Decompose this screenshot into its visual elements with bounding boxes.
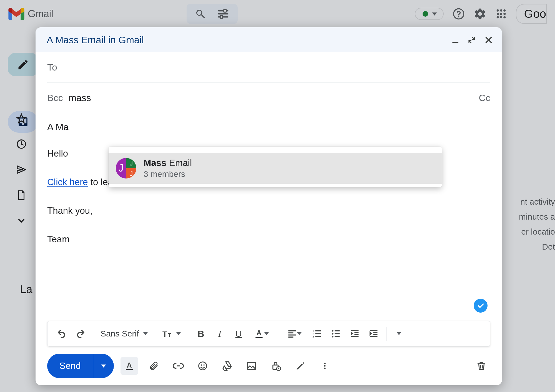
pop-in-icon[interactable] <box>468 36 476 44</box>
svg-text:3: 3 <box>313 335 314 338</box>
indent-more-icon <box>369 329 379 339</box>
cc-toggle[interactable]: Cc <box>479 92 490 103</box>
indent-less-button[interactable] <box>346 325 363 342</box>
account-chip[interactable]: Goo <box>516 4 547 24</box>
right-side-peek: nt activity minutes a er locatio Det <box>519 194 555 254</box>
file-icon <box>16 190 27 200</box>
insert-photo-button[interactable] <box>243 357 260 375</box>
formatting-toggle-button[interactable]: A <box>120 357 138 375</box>
nav-more[interactable] <box>14 214 28 228</box>
more-options-button[interactable] <box>316 357 334 375</box>
compose-bottom-bar: Send A <box>36 346 502 385</box>
chevron-down-icon <box>297 332 302 335</box>
svg-rect-2 <box>220 16 223 18</box>
subject-row[interactable]: A Ma <box>47 113 490 141</box>
gmail-logo-text: Gmail <box>28 8 53 20</box>
nav-drafts[interactable] <box>14 188 28 202</box>
chevron-down-icon <box>432 12 437 16</box>
close-icon[interactable] <box>484 36 493 44</box>
font-size-icon: TT <box>162 328 176 339</box>
numbered-list-icon: 123 <box>312 329 322 339</box>
italic-button[interactable]: I <box>211 325 228 342</box>
insert-drive-button[interactable] <box>218 357 236 375</box>
bold-button[interactable]: B <box>192 325 209 342</box>
contact-suggestion-item[interactable]: J J J Mass Email 3 members <box>109 153 442 184</box>
grammar-check-badge[interactable] <box>474 299 488 313</box>
nav-labels-truncated: La <box>20 283 32 296</box>
indent-more-button[interactable] <box>365 325 382 342</box>
text-color-button[interactable]: A <box>249 325 274 342</box>
bcc-label: Bcc <box>47 92 63 103</box>
check-icon <box>477 302 484 310</box>
link-icon <box>173 360 184 371</box>
nav-starred[interactable] <box>14 112 28 125</box>
contact-suggestion-dropdown: J J J Mass Email 3 members <box>109 147 442 187</box>
svg-point-3 <box>458 16 459 17</box>
minimize-icon[interactable] <box>451 36 459 44</box>
svg-text:T: T <box>162 330 167 338</box>
send-button[interactable]: Send <box>47 354 93 378</box>
numbered-list-button[interactable]: 123 <box>308 325 326 342</box>
svg-rect-25 <box>126 369 133 370</box>
text-color-icon: A <box>254 328 264 339</box>
drive-icon <box>222 360 233 371</box>
svg-point-6 <box>503 9 506 12</box>
gear-icon[interactable] <box>474 7 486 20</box>
more-formatting-button[interactable] <box>390 325 408 342</box>
compose-title: A Mass Email in Gmail <box>47 34 144 46</box>
align-button[interactable] <box>282 325 307 342</box>
nav-sent[interactable] <box>14 163 28 177</box>
insert-emoji-button[interactable] <box>194 357 212 375</box>
svg-point-9 <box>503 13 506 15</box>
bulleted-list-icon <box>331 329 341 339</box>
svg-text:A: A <box>257 329 262 337</box>
send-options-button[interactable] <box>93 354 114 378</box>
insert-link-button[interactable] <box>169 357 187 375</box>
trash-icon <box>476 361 487 371</box>
bulleted-list-button[interactable] <box>327 325 345 342</box>
svg-text:A: A <box>127 361 132 369</box>
svg-point-27 <box>201 365 202 366</box>
svg-point-5 <box>500 9 502 12</box>
suggestion-subtitle: 3 members <box>144 169 192 179</box>
to-field-row[interactable]: To <box>47 52 490 83</box>
svg-text:T: T <box>168 332 172 338</box>
status-indicator[interactable] <box>415 8 444 20</box>
font-selector[interactable]: Sans Serif <box>97 329 151 338</box>
font-name: Sans Serif <box>101 329 139 338</box>
underline-icon: U <box>235 329 242 339</box>
confidential-mode-button[interactable] <box>267 357 285 375</box>
undo-button[interactable] <box>53 325 70 342</box>
nav-snoozed[interactable] <box>14 137 28 151</box>
underline-button[interactable]: U <box>230 325 247 342</box>
align-icon <box>287 329 297 339</box>
bcc-input[interactable] <box>69 92 473 103</box>
help-icon[interactable] <box>453 8 465 20</box>
undo-icon <box>57 329 67 339</box>
more-vert-icon <box>321 362 329 370</box>
search-icon <box>195 8 206 19</box>
bold-icon: B <box>197 328 204 339</box>
bcc-field-row[interactable]: Bcc Cc <box>47 83 490 113</box>
search-bar[interactable] <box>187 4 238 24</box>
svg-point-26 <box>199 362 207 370</box>
click-here-link[interactable]: Click here <box>47 177 88 187</box>
text-format-icon: A <box>124 361 135 371</box>
attach-button[interactable] <box>145 357 163 375</box>
body-signature: Team <box>47 235 490 244</box>
discard-draft-button[interactable] <box>473 357 490 375</box>
formatting-toolbar: Sans Serif TT B I U A 123 <box>47 321 490 346</box>
redo-button[interactable] <box>72 325 89 342</box>
gmail-logo: Gmail <box>8 8 53 20</box>
group-avatar: J J J <box>116 158 136 179</box>
peek-line: nt activity <box>519 194 555 209</box>
peek-line: er locatio <box>519 224 555 239</box>
apps-grid-icon[interactable] <box>495 8 507 20</box>
indent-less-icon <box>350 329 360 339</box>
peek-line: Det <box>519 239 555 254</box>
compose-window: A Mass Email in Gmail To Bcc Cc A Ma Hel… <box>36 27 502 385</box>
font-size-button[interactable]: TT <box>159 325 184 342</box>
tune-icon[interactable] <box>217 8 229 20</box>
insert-signature-button[interactable] <box>292 357 309 375</box>
svg-point-8 <box>500 13 502 15</box>
